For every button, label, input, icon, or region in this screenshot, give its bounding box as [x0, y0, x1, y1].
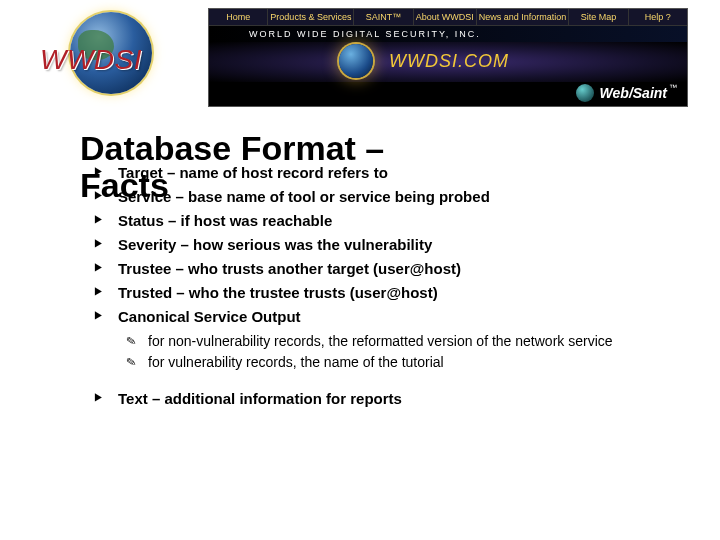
nav-banner: Home Products & Services SAINT™ About WW…: [208, 8, 688, 107]
nav-tab-products[interactable]: Products & Services: [268, 9, 354, 25]
bullet-item: Status – if host was reachable: [94, 209, 660, 233]
slide-content: Database Format – Facts Target – name of…: [0, 108, 720, 411]
nav-tab-help[interactable]: Help ?: [629, 9, 687, 25]
bullet-item: Trusted – who the trustee trusts (user@h…: [94, 281, 660, 305]
bullet-item: Service – base name of tool or service b…: [94, 185, 660, 209]
company-tagline: WORLD WIDE DIGITAL SECURITY, INC.: [209, 26, 687, 42]
bullet-list-after: Text – additional information for report…: [80, 387, 660, 411]
sub-bullet-list: for non-vulnerability records, the refor…: [80, 331, 660, 373]
logo-text: WWDSI: [40, 44, 142, 76]
bullet-item: Text – additional information for report…: [94, 387, 660, 411]
bullet-item: Canonical Service Output: [94, 305, 660, 329]
nav-tab-home[interactable]: Home: [209, 9, 268, 25]
bullet-item: Target – name of host record refers to: [94, 161, 660, 185]
product-globe-icon: [576, 84, 594, 102]
product-name: Web/Saint: [600, 85, 667, 101]
product-row: Web/Saint ™: [209, 82, 687, 106]
spacer: [80, 373, 660, 387]
trademark-symbol: ™: [669, 83, 677, 92]
bullet-item: Severity – how serious was the vulnerabi…: [94, 233, 660, 257]
header-banner: WWDSI Home Products & Services SAINT™ Ab…: [0, 0, 720, 108]
bullet-item: Trustee – who trusts another target (use…: [94, 257, 660, 281]
nav-tab-about[interactable]: About WWDSI: [414, 9, 477, 25]
nav-tabs: Home Products & Services SAINT™ About WW…: [209, 9, 687, 26]
small-globe-icon: [339, 44, 373, 78]
nav-tab-saint[interactable]: SAINT™: [354, 9, 413, 25]
domain-row: WWDSI.COM: [209, 42, 687, 82]
domain-text: WWDSI.COM: [389, 51, 509, 72]
sub-bullet-item: for vulnerability records, the name of t…: [126, 352, 660, 373]
nav-tab-sitemap[interactable]: Site Map: [569, 9, 628, 25]
bullet-list: Target – name of host record refers to S…: [80, 161, 660, 329]
sub-bullet-item: for non-vulnerability records, the refor…: [126, 331, 660, 352]
company-logo: WWDSI: [40, 8, 190, 108]
nav-tab-news[interactable]: News and Information: [477, 9, 570, 25]
